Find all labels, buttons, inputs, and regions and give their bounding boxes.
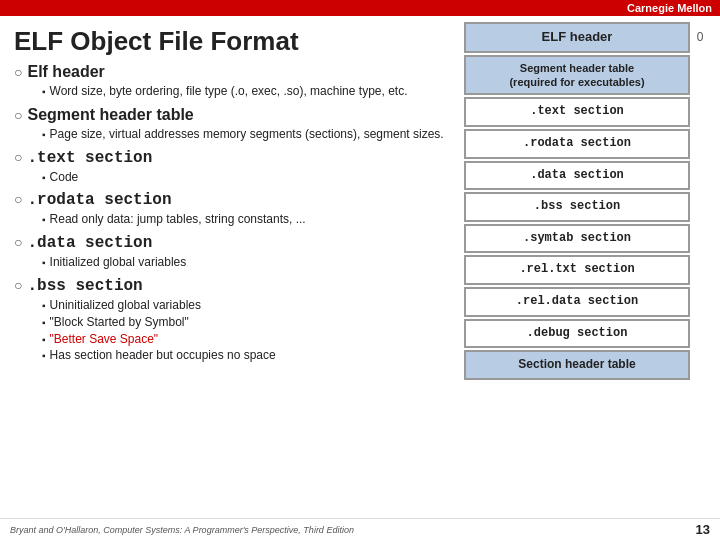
bullet-circle: ○ [14,277,22,293]
heading-text: .rodata section [27,191,171,209]
sub-bullet-item: ▪ "Block Started by Symbol" [42,314,450,331]
diag-spacer [690,224,710,254]
section-heading-1: ○ Elf header [14,63,450,81]
diag-label-0: 0 [690,22,710,53]
diag-spacer [690,192,710,222]
diag-bss-section: .bss section [464,192,690,222]
diag-segment-header: Segment header table(required for execut… [464,55,690,96]
diag-spacer [690,319,710,349]
section-rodata: ○ .rodata section ▪ Read only data: jump… [14,191,450,228]
diag-rodata-section: .rodata section [464,129,690,159]
sub-bullet-item-red: ▪ "Better Save Space" [42,331,450,348]
bullet-circle: ○ [14,191,22,207]
section-heading-2: ○ Segment header table [14,106,450,124]
section-heading-4: ○ .rodata section [14,191,450,209]
bullet-circle: ○ [14,64,22,80]
bullet-circle: ○ [14,234,22,250]
sub-bullet-item: ▪ Read only data: jump tables, string co… [42,211,450,228]
section-segment-header: ○ Segment header table ▪ Page size, virt… [14,106,450,143]
brand-label: Carnegie Mellon [627,2,712,14]
bullet-circle: ○ [14,107,22,123]
section-bss: ○ .bss section ▪ Uninitialized global va… [14,277,450,364]
diag-spacer [690,97,710,127]
left-column: ELF Object File Format ○ Elf header ▪ Wo… [0,16,460,514]
sub-bullet-item: ▪ Page size, virtual addresses memory se… [42,126,450,143]
section-heading-6: ○ .bss section [14,277,450,295]
diag-reltxt-section: .rel.txt section [464,255,690,285]
diag-spacer [690,255,710,285]
footer-citation: Bryant and O'Hallaron, Computer Systems:… [10,525,354,535]
diag-spacer [690,55,710,96]
diag-spacer [690,161,710,191]
page-title: ELF Object File Format [14,26,450,57]
section-heading-5: ○ .data section [14,234,450,252]
footer: Bryant and O'Hallaron, Computer Systems:… [0,518,720,540]
diag-reldata-section: .rel.data section [464,287,690,317]
footer-page-number: 13 [696,522,710,537]
diag-symtab-section: .symtab section [464,224,690,254]
bullet-circle: ○ [14,149,22,165]
right-diagram: ELF header 0 Segment header table(requir… [460,16,720,514]
diag-spacer [690,287,710,317]
section-text: ○ .text section ▪ Code [14,149,450,186]
diag-spacer [690,129,710,159]
diag-text-section: .text section [464,97,690,127]
elf-diagram: ELF header 0 Segment header table(requir… [464,22,710,382]
diag-data-section: .data section [464,161,690,191]
section-heading-3: ○ .text section [14,149,450,167]
heading-text: .bss section [27,277,142,295]
heading-text: .text section [27,149,152,167]
heading-text: .data section [27,234,152,252]
top-bar: Carnegie Mellon [0,0,720,16]
sub-bullet-item: ▪ Word size, byte ordering, file type (.… [42,83,450,100]
section-elf-header: ○ Elf header ▪ Word size, byte ordering,… [14,63,450,100]
sub-bullet-item: ▪ Initialized global variables [42,254,450,271]
sub-bullet-item: ▪ Has section header but occupies no spa… [42,347,450,364]
heading-text: Elf header [27,63,104,81]
diag-section-header-table: Section header table [464,350,690,380]
diag-elf-header: ELF header [464,22,690,53]
heading-text: Segment header table [27,106,193,124]
section-data: ○ .data section ▪ Initialized global var… [14,234,450,271]
diag-debug-section: .debug section [464,319,690,349]
sub-bullet-item: ▪ Code [42,169,450,186]
diag-spacer [690,350,710,380]
sub-bullet-item: ▪ Uninitialized global variables [42,297,450,314]
